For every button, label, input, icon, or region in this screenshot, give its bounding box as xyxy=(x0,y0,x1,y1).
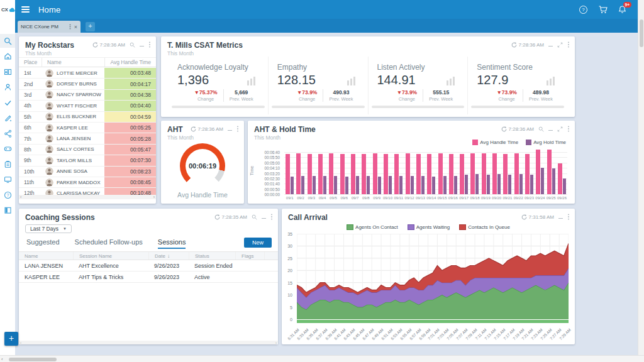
kebab-menu-icon[interactable] xyxy=(148,41,151,48)
column-place[interactable]: Place xyxy=(19,58,42,67)
kebab-menu-icon[interactable] xyxy=(270,214,273,220)
tab-close-icon[interactable]: × xyxy=(74,24,77,30)
column-date[interactable]: Date↓ xyxy=(148,252,189,260)
sidebar-item-coaching[interactable] xyxy=(0,111,15,125)
expand-icon[interactable] xyxy=(557,42,563,48)
sidebar-item-home[interactable] xyxy=(0,50,15,63)
leaderboard-row[interactable]: 6thKASPER LEE00:05:25 xyxy=(19,123,156,133)
sidebar-item-dashboards[interactable] xyxy=(0,65,15,79)
cart-icon[interactable] xyxy=(598,5,608,14)
sidebar-item-help[interactable]: ? xyxy=(0,188,15,202)
refresh-icon[interactable] xyxy=(511,42,517,48)
scroll-left-icon[interactable]: ‹ xyxy=(1,356,3,362)
column-flags[interactable]: Flags xyxy=(235,252,264,260)
sidebar-item-library[interactable] xyxy=(0,204,15,217)
minimize-icon[interactable] xyxy=(140,46,144,47)
column-name[interactable]: Name xyxy=(42,58,104,67)
bar-group[interactable] xyxy=(480,153,491,194)
leaderboard-row[interactable]: 4thWYATT FISCHER00:04:40 xyxy=(19,101,156,111)
sidebar-item-gamification[interactable] xyxy=(0,142,15,156)
tab-nice-cxone-pm[interactable]: NICE CXone PM × xyxy=(18,21,80,33)
bar-group[interactable] xyxy=(469,153,480,194)
bar-group[interactable] xyxy=(360,154,371,194)
column-name[interactable]: Name xyxy=(19,252,73,260)
leaderboard-row[interactable]: 11thPARKER MADDOX00:08:45 xyxy=(19,177,156,188)
leaderboard-row[interactable]: 2ndDORSEY BURNS00:04:17 xyxy=(19,79,156,89)
bar-group[interactable] xyxy=(513,153,524,194)
bar-group[interactable] xyxy=(295,153,306,194)
bar-group[interactable] xyxy=(557,163,567,194)
scrollbar-thumb[interactable] xyxy=(9,358,57,361)
bar-group[interactable] xyxy=(491,153,502,194)
horizontal-scrollbar[interactable]: ‹ xyxy=(0,355,644,362)
scroll-right-icon[interactable]: › xyxy=(275,341,277,344)
leaderboard-row[interactable]: 3rdNANCY SPARROW00:04:38 xyxy=(19,90,156,101)
leaderboard-row[interactable]: 8thSALLY CORTES00:05:47 xyxy=(19,145,156,155)
kebab-menu-icon[interactable] xyxy=(567,126,570,132)
sidebar-item-schedule[interactable] xyxy=(0,157,15,171)
bar-group[interactable] xyxy=(426,154,436,194)
bar-group[interactable] xyxy=(436,153,447,194)
widget-horizontal-scrollbar[interactable]: ‹› xyxy=(19,341,278,344)
minimize-icon[interactable] xyxy=(228,130,232,131)
bar-group[interactable] xyxy=(404,153,414,194)
bar-group[interactable] xyxy=(382,154,393,194)
add-tab-button[interactable]: + xyxy=(86,22,95,31)
refresh-icon[interactable] xyxy=(214,214,220,220)
sidebar-item-share[interactable] xyxy=(0,126,15,140)
minimize-icon[interactable] xyxy=(558,218,563,219)
bar-group[interactable] xyxy=(306,154,317,194)
column-avg-handle-time[interactable]: Avg Handle Time xyxy=(104,58,156,67)
bar-group[interactable] xyxy=(350,154,360,194)
leaderboard-row[interactable]: 1stLOTTIE MERCER00:03:48 xyxy=(19,68,156,79)
kebab-menu-icon[interactable] xyxy=(236,126,239,132)
sidebar-item-monitor[interactable] xyxy=(0,173,15,187)
leaderboard-row[interactable]: 7thLANA JENSEN00:05:28 xyxy=(19,133,156,144)
vertical-scrollbar[interactable] xyxy=(638,0,644,355)
bar-group[interactable] xyxy=(502,154,513,194)
bar-group[interactable] xyxy=(328,153,338,194)
notifications-button[interactable]: 9+ xyxy=(618,5,626,14)
tab-kebab-icon[interactable] xyxy=(69,24,72,30)
minimize-icon[interactable] xyxy=(548,130,553,131)
kebab-menu-icon[interactable] xyxy=(567,41,570,48)
widget-search-icon[interactable] xyxy=(130,42,135,48)
leaderboard-row[interactable]: 5thELLIS BUCKNER00:04:59 xyxy=(19,112,156,123)
tab-suggested[interactable]: Suggested xyxy=(26,238,60,249)
expand-icon[interactable] xyxy=(557,126,563,132)
bar-group[interactable] xyxy=(372,153,382,194)
session-row[interactable]: LANA JENSENAHT Excellence9/26/2023Sessio… xyxy=(19,260,278,272)
sidebar-item-agents[interactable] xyxy=(0,80,15,94)
bar-group[interactable] xyxy=(458,154,469,194)
leaderboard-row[interactable]: 9thTAYLOR MILLS00:07:30 xyxy=(19,155,156,166)
widget-search-icon[interactable] xyxy=(252,214,257,220)
leaderboard-row[interactable]: 10thANNIE SOSA00:08:23 xyxy=(19,167,156,177)
new-session-button[interactable]: New xyxy=(244,238,272,248)
minimize-icon[interactable] xyxy=(548,46,553,47)
kebab-menu-icon[interactable] xyxy=(567,214,570,220)
add-widget-button[interactable]: + xyxy=(4,332,18,346)
bar-group[interactable] xyxy=(535,150,545,194)
help-icon[interactable]: ? xyxy=(579,6,587,14)
scrollbar-thumb[interactable] xyxy=(640,19,643,47)
scroll-right-icon[interactable]: › xyxy=(153,195,155,199)
bar-group[interactable] xyxy=(448,154,458,194)
date-range-dropdown[interactable]: Last 7 Days ▼ xyxy=(25,224,72,233)
minimize-icon[interactable] xyxy=(262,218,266,219)
bar-group[interactable] xyxy=(317,154,328,194)
refresh-icon[interactable] xyxy=(191,126,196,132)
session-row[interactable]: KASPER LEEAHT Tips & Tricks9/26/2023Acti… xyxy=(19,272,278,283)
widget-horizontal-scrollbar[interactable]: ‹› xyxy=(19,195,156,199)
column-session-name[interactable]: Session Name xyxy=(73,252,148,260)
refresh-icon[interactable] xyxy=(521,214,527,220)
tab-scheduled-follow-ups[interactable]: Scheduled Follow-ups xyxy=(75,238,143,249)
tab-sessions[interactable]: Sessions xyxy=(158,238,186,249)
bar-group[interactable] xyxy=(393,154,404,194)
scroll-left-icon[interactable]: ‹ xyxy=(20,341,21,344)
scroll-left-icon[interactable]: ‹ xyxy=(20,195,21,199)
sidebar-item-search[interactable] xyxy=(0,34,15,48)
bar-group[interactable] xyxy=(339,154,350,194)
chart-scrollbar[interactable] xyxy=(297,320,569,323)
bar-group[interactable] xyxy=(284,154,295,194)
bar-group[interactable] xyxy=(415,154,426,194)
